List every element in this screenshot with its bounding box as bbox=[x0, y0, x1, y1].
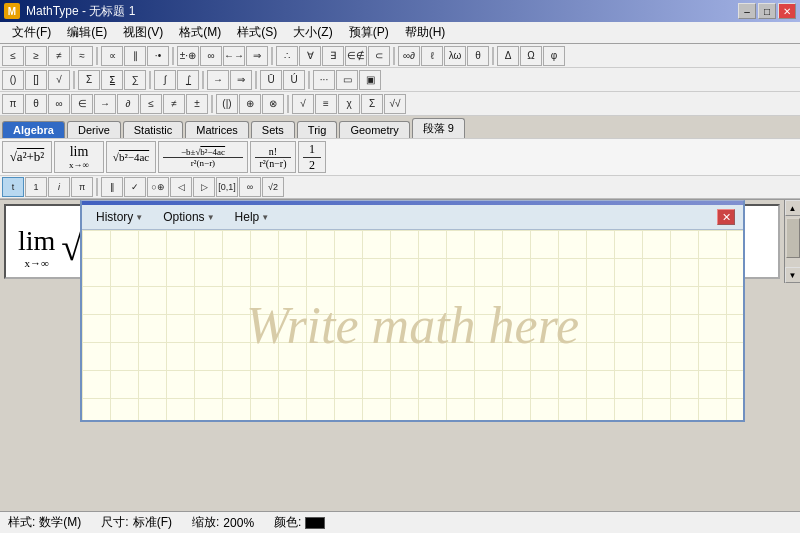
sym-sqrt2[interactable]: √ bbox=[292, 94, 314, 114]
sym-subset[interactable]: ⊂ bbox=[368, 46, 390, 66]
tab-matrices[interactable]: Matrices bbox=[185, 121, 249, 138]
sym-tri-right[interactable]: ▷ bbox=[193, 177, 215, 197]
sym-interval[interactable]: [0,1] bbox=[216, 177, 238, 197]
menu-format[interactable]: 格式(M) bbox=[171, 22, 229, 43]
sym-forall[interactable]: ∀ bbox=[299, 46, 321, 66]
sym-sigma3[interactable]: ∑ bbox=[124, 70, 146, 90]
hw-options-menu[interactable]: Options ▼ bbox=[157, 208, 220, 226]
sym-check[interactable]: ✓ bbox=[124, 177, 146, 197]
sym-pipe[interactable]: (|) bbox=[216, 94, 238, 114]
hw-close-button[interactable]: ✕ bbox=[717, 209, 735, 225]
template-quadratic[interactable]: √b²−4ac bbox=[106, 141, 156, 173]
tab-geometry[interactable]: Geometry bbox=[339, 121, 409, 138]
menu-file[interactable]: 文件(F) bbox=[4, 22, 59, 43]
sym-parallel[interactable]: ∥ bbox=[124, 46, 146, 66]
sym-infty-arrow[interactable]: ∞ bbox=[200, 46, 222, 66]
sym-geq[interactable]: ≥ bbox=[25, 46, 47, 66]
sym-brackets[interactable]: [] bbox=[25, 70, 47, 90]
sym-sigma1[interactable]: Σ bbox=[78, 70, 100, 90]
sym-circle[interactable]: ○⊕ bbox=[147, 177, 169, 197]
sym-partial[interactable]: ∂ bbox=[117, 94, 139, 114]
sym-lambda-omega[interactable]: λω bbox=[444, 46, 466, 66]
menu-preview[interactable]: 预算(P) bbox=[341, 22, 397, 43]
hw-help-menu[interactable]: Help ▼ bbox=[229, 208, 276, 226]
sym-neq2[interactable]: ≠ bbox=[163, 94, 185, 114]
sym-prop[interactable]: ∝ bbox=[101, 46, 123, 66]
sym-sqrt3[interactable]: √√ bbox=[384, 94, 406, 114]
sym-parens[interactable]: () bbox=[2, 70, 24, 90]
sym-equiv[interactable]: ≡ bbox=[315, 94, 337, 114]
sym-infty4[interactable]: ∞ bbox=[239, 177, 261, 197]
sym-integral2[interactable]: ∫̲ bbox=[177, 70, 199, 90]
tab-statistic[interactable]: Statistic bbox=[123, 121, 184, 138]
sym-bullet[interactable]: ·• bbox=[147, 46, 169, 66]
sym-neq[interactable]: ≠ bbox=[48, 46, 70, 66]
sym-arrow3[interactable]: → bbox=[94, 94, 116, 114]
sym-ell[interactable]: ℓ bbox=[421, 46, 443, 66]
tab-trig[interactable]: Trig bbox=[297, 121, 338, 138]
sym-arrow2[interactable]: ⇒ bbox=[230, 70, 252, 90]
sym-sqrt-x[interactable]: √ bbox=[48, 70, 70, 90]
tab-derive[interactable]: Derive bbox=[67, 121, 121, 138]
vertical-scrollbar[interactable]: ▲ ▼ bbox=[784, 200, 800, 283]
menu-view[interactable]: 视图(V) bbox=[115, 22, 171, 43]
sym-vbar[interactable]: ‖ bbox=[101, 177, 123, 197]
minimize-button[interactable]: – bbox=[738, 3, 756, 19]
sym-oplus[interactable]: ⊕ bbox=[239, 94, 261, 114]
style-pi[interactable]: π bbox=[71, 177, 93, 197]
tab-sets[interactable]: Sets bbox=[251, 121, 295, 138]
sym-u-acute[interactable]: Ú bbox=[283, 70, 305, 90]
style-1[interactable]: 1 bbox=[25, 177, 47, 197]
sym-sigma2[interactable]: Σ̲ bbox=[101, 70, 123, 90]
sym-phi[interactable]: φ bbox=[543, 46, 565, 66]
hw-history-menu[interactable]: History ▼ bbox=[90, 208, 149, 226]
sym-omega-cap[interactable]: Ω bbox=[520, 46, 542, 66]
sym-leq2[interactable]: ≤ bbox=[140, 94, 162, 114]
sym-infty3[interactable]: ∞ bbox=[48, 94, 70, 114]
scroll-up-arrow[interactable]: ▲ bbox=[785, 200, 801, 216]
scroll-thumb[interactable] bbox=[786, 218, 800, 258]
close-button[interactable]: ✕ bbox=[778, 3, 796, 19]
template-sqrt-sum[interactable]: √a²+b² bbox=[2, 141, 52, 173]
sym-dots[interactable]: ··· bbox=[313, 70, 335, 90]
sym-exists[interactable]: ∃ bbox=[322, 46, 344, 66]
sym-pm2[interactable]: ± bbox=[186, 94, 208, 114]
sym-infty2[interactable]: ∞∂ bbox=[398, 46, 420, 66]
tab-extra[interactable]: 段落 9 bbox=[412, 118, 465, 138]
sym-sigma4[interactable]: Σ bbox=[361, 94, 383, 114]
sym-box[interactable]: ▣ bbox=[359, 70, 381, 90]
template-binom[interactable]: n! r²(n−r) bbox=[250, 141, 296, 173]
menu-edit[interactable]: 编辑(E) bbox=[59, 22, 115, 43]
sym-integral1[interactable]: ∫ bbox=[154, 70, 176, 90]
sym-rect[interactable]: ▭ bbox=[336, 70, 358, 90]
sym-otimes[interactable]: ⊗ bbox=[262, 94, 284, 114]
menu-size[interactable]: 大小(Z) bbox=[285, 22, 340, 43]
sym-delta[interactable]: Δ bbox=[497, 46, 519, 66]
sym-pm[interactable]: ±·⊕ bbox=[177, 46, 199, 66]
template-half[interactable]: 1 2 bbox=[298, 141, 326, 173]
sym-approx[interactable]: ≈ bbox=[71, 46, 93, 66]
sym-u-bar[interactable]: Ū bbox=[260, 70, 282, 90]
sym-sqrt4[interactable]: √2 bbox=[262, 177, 284, 197]
template-quad-full[interactable]: −b±√b²−4ac r²(n−r) bbox=[158, 141, 248, 173]
template-lim[interactable]: lim x→∞ bbox=[54, 141, 104, 173]
sym-tri-left[interactable]: ◁ bbox=[170, 177, 192, 197]
tab-algebra[interactable]: Algebra bbox=[2, 121, 65, 138]
sym-pi[interactable]: π bbox=[2, 94, 24, 114]
sym-arrow1[interactable]: → bbox=[207, 70, 229, 90]
sym-impl[interactable]: ⇒ bbox=[246, 46, 268, 66]
sym-theta2[interactable]: θ bbox=[25, 94, 47, 114]
sym-theta[interactable]: θ bbox=[467, 46, 489, 66]
sym-in[interactable]: ∈∉ bbox=[345, 46, 367, 66]
menu-help[interactable]: 帮助(H) bbox=[397, 22, 454, 43]
hw-canvas[interactable]: Write math here bbox=[82, 230, 743, 420]
style-i[interactable]: i bbox=[48, 177, 70, 197]
maximize-button[interactable]: □ bbox=[758, 3, 776, 19]
sym-in2[interactable]: ∈ bbox=[71, 94, 93, 114]
sym-leq[interactable]: ≤ bbox=[2, 46, 24, 66]
style-t[interactable]: t bbox=[2, 177, 24, 197]
menu-style[interactable]: 样式(S) bbox=[229, 22, 285, 43]
sym-chi[interactable]: χ bbox=[338, 94, 360, 114]
scroll-down-arrow[interactable]: ▼ bbox=[785, 267, 801, 283]
sym-lr-arrow[interactable]: ←→ bbox=[223, 46, 245, 66]
